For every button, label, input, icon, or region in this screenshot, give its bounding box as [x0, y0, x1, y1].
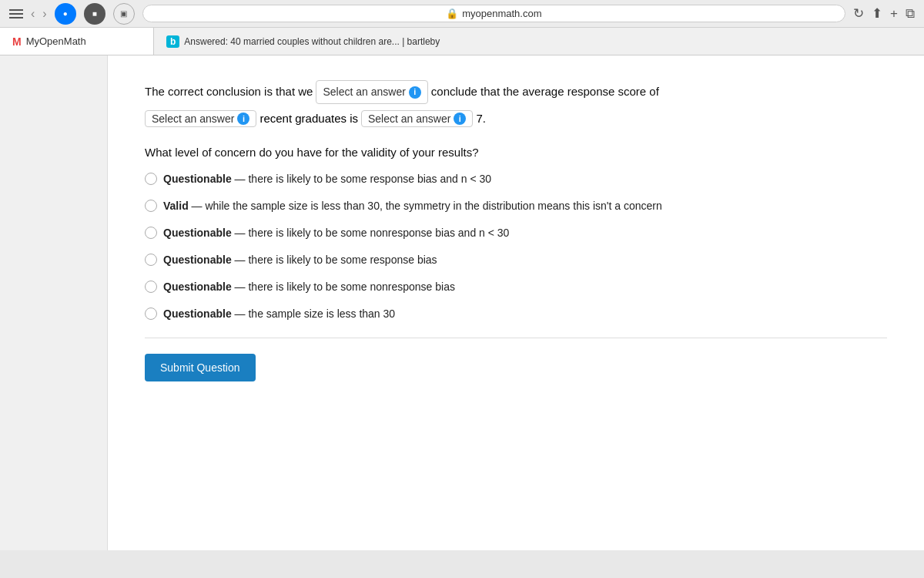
option-text-0: Questionable — there is likely to be som…: [163, 171, 887, 187]
validity-question: What level of concern do you have for th…: [145, 146, 887, 159]
url-text: myopenmath.com: [462, 8, 541, 19]
option-text-3: Questionable — there is likely to be som…: [163, 252, 887, 268]
tab-bar: M MyOpenMath b Answered: 40 married coup…: [0, 28, 924, 55]
radio-circle-3[interactable]: [145, 254, 157, 266]
circle-outline-button[interactable]: ▣: [113, 3, 135, 25]
address-bar[interactable]: 🔒 myopenmath.com: [142, 5, 845, 22]
question-sentence-line2: Select an answer i recent graduates is S…: [145, 110, 887, 127]
dropdown1-info-icon: i: [409, 86, 421, 99]
refresh-button[interactable]: ↻: [853, 5, 864, 22]
myopenmath-tab[interactable]: M MyOpenMath: [0, 28, 154, 55]
option-text-2: Questionable — there is likely to be som…: [163, 225, 887, 241]
sentence-part2: conclude that the average response score…: [431, 81, 659, 102]
main-content: The correct conclusion is that we Select…: [108, 55, 924, 550]
option-text-5: Questionable — the sample size is less t…: [163, 306, 887, 322]
dropdown1[interactable]: Select an answer i: [316, 80, 427, 104]
separator: [145, 338, 887, 338]
radio-option: Questionable — there is likely to be som…: [145, 225, 887, 241]
sentence-part3: recent graduates is: [259, 112, 358, 125]
sidebar-toggle[interactable]: [9, 9, 23, 18]
question-sentence-line1: The correct conclusion is that we Select…: [145, 80, 887, 104]
share-icon[interactable]: ⬆: [872, 5, 882, 22]
radio-option: Valid — while the sample size is less th…: [145, 198, 887, 214]
radio-circle-0[interactable]: [145, 173, 157, 185]
dropdown1-label: Select an answer: [323, 82, 405, 102]
radio-option: Questionable — there is likely to be som…: [145, 252, 887, 268]
tabs-icon[interactable]: ⧉: [906, 6, 915, 22]
content-area: The correct conclusion is that we Select…: [0, 55, 924, 550]
radio-option: Questionable — there is likely to be som…: [145, 171, 887, 187]
dropdown3-info-icon: i: [454, 113, 466, 125]
browser-top-chrome: ‹ › ● ■ ▣ 🔒 myopenmath.com ↻ ⬆ + ⧉: [0, 0, 924, 28]
circle-blue-button[interactable]: ●: [55, 3, 76, 25]
dropdown2-info-icon: i: [237, 113, 249, 125]
option-text-4: Questionable — there is likely to be som…: [163, 279, 887, 295]
forward-button[interactable]: ›: [42, 7, 46, 21]
bartleby-tab-label: Answered: 40 married couples without chi…: [184, 36, 440, 47]
toolbar-right: ⬆ + ⧉: [872, 5, 915, 22]
radio-option: Questionable — the sample size is less t…: [145, 306, 887, 322]
radio-circle-1[interactable]: [145, 200, 157, 212]
sentence-part4: 7.: [476, 112, 486, 125]
bartleby-tab[interactable]: b Answered: 40 married couples without c…: [154, 28, 924, 55]
bartleby-badge: b: [166, 35, 179, 48]
dropdown3-label: Select an answer: [368, 113, 450, 125]
myopenmath-tab-label: MyOpenMath: [26, 35, 86, 47]
dropdown3[interactable]: Select an answer i: [361, 110, 473, 127]
submit-button[interactable]: Submit Question: [145, 354, 256, 381]
myopenmath-logo: M: [12, 35, 22, 48]
plus-icon[interactable]: +: [890, 6, 898, 22]
option-text-1: Valid — while the sample size is less th…: [163, 198, 887, 214]
sentence-part1: The correct conclusion is that we: [145, 81, 313, 102]
back-button[interactable]: ‹: [31, 7, 35, 21]
radio-circle-2[interactable]: [145, 227, 157, 239]
radio-circle-5[interactable]: [145, 307, 157, 320]
sidebar-panel: [0, 55, 108, 550]
dropdown2[interactable]: Select an answer i: [145, 110, 256, 127]
dropdown2-label: Select an answer: [152, 113, 234, 125]
radio-circle-4[interactable]: [145, 281, 157, 293]
validity-section: What level of concern do you have for th…: [145, 146, 887, 322]
radio-option: Questionable — there is likely to be som…: [145, 279, 887, 295]
lock-icon: 🔒: [446, 8, 458, 19]
options-container: Questionable — there is likely to be som…: [145, 171, 887, 322]
circle-dark-button[interactable]: ■: [84, 3, 105, 25]
